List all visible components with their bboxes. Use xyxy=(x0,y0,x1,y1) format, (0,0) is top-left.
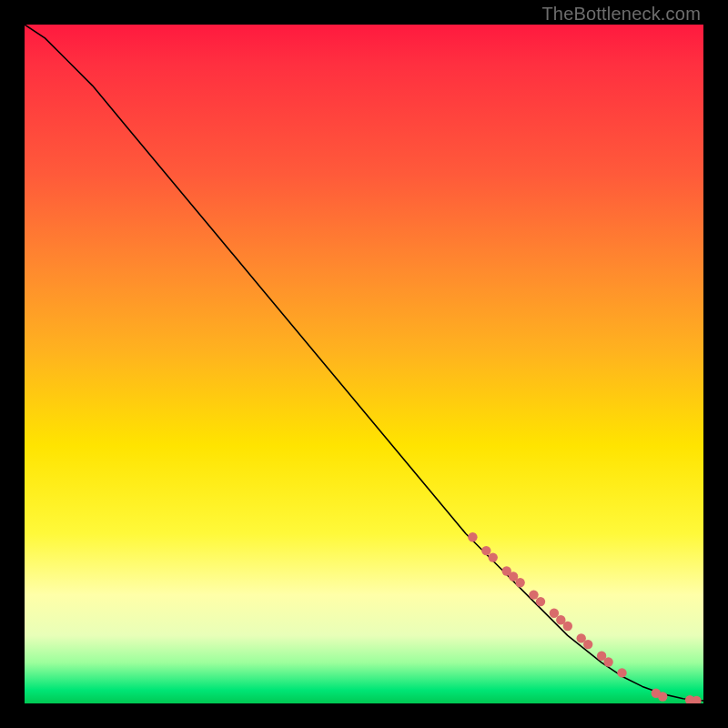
marker-dot xyxy=(536,597,545,606)
marker-dot xyxy=(550,609,559,618)
marker-dot xyxy=(583,640,592,649)
marker-dot xyxy=(489,552,498,561)
curve-path xyxy=(25,25,703,701)
marker-dot xyxy=(468,532,477,541)
marker-dot xyxy=(603,657,612,666)
marker-dot xyxy=(529,590,538,599)
watermark-text: TheBottleneck.com xyxy=(541,4,701,25)
marker-dot xyxy=(658,692,667,701)
marker-dot xyxy=(515,578,524,587)
marker-dot xyxy=(481,546,490,555)
chart-overlay xyxy=(25,25,703,703)
marker-dot xyxy=(617,668,626,677)
plot-area xyxy=(25,25,703,703)
marker-dot xyxy=(563,622,572,631)
marker-group xyxy=(468,532,702,703)
chart-frame: TheBottleneck.com xyxy=(0,0,728,728)
